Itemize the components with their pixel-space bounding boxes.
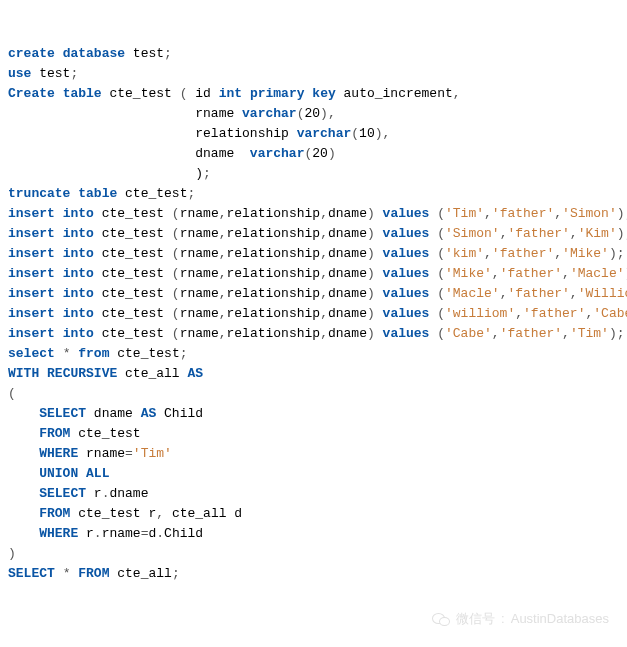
code-line: ) — [8, 544, 623, 564]
watermark: 微信号:AustinDatabases — [432, 609, 609, 629]
watermark-label: 微信号 — [456, 609, 495, 629]
code-line: relationship varchar(10), — [8, 124, 623, 144]
code-line: FROM cte_test r, cte_all d — [8, 504, 623, 524]
code-line: ); — [8, 164, 623, 184]
code-line: FROM cte_test — [8, 424, 623, 444]
code-editor: create database test;use test;Create tab… — [0, 0, 627, 647]
watermark-value: AustinDatabases — [511, 609, 609, 629]
code-line: truncate table cte_test; — [8, 184, 623, 204]
code-line: rname varchar(20), — [8, 104, 623, 124]
code-line: Create table cte_test ( id int primary k… — [8, 84, 623, 104]
code-line: SELECT dname AS Child — [8, 404, 623, 424]
code-line: insert into cte_test (rname,relationship… — [8, 244, 623, 264]
code-block: create database test;use test;Create tab… — [8, 44, 623, 584]
code-line: WHERE r.rname=d.Child — [8, 524, 623, 544]
code-line: insert into cte_test (rname,relationship… — [8, 264, 623, 284]
code-line: select * from cte_test; — [8, 344, 623, 364]
code-line: WITH RECURSIVE cte_all AS — [8, 364, 623, 384]
code-line: create database test; — [8, 44, 623, 64]
wechat-icon — [432, 612, 450, 627]
code-line: dname varchar(20) — [8, 144, 623, 164]
code-line: SELECT * FROM cte_all; — [8, 564, 623, 584]
watermark-sep: : — [501, 609, 505, 629]
code-line: UNION ALL — [8, 464, 623, 484]
code-line: use test; — [8, 64, 623, 84]
code-line: SELECT r.dname — [8, 484, 623, 504]
code-line: insert into cte_test (rname,relationship… — [8, 324, 623, 344]
code-line: insert into cte_test (rname,relationship… — [8, 204, 623, 224]
code-line: insert into cte_test (rname,relationship… — [8, 224, 623, 244]
code-line: insert into cte_test (rname,relationship… — [8, 284, 623, 304]
code-line: insert into cte_test (rname,relationship… — [8, 304, 623, 324]
code-line: ( — [8, 384, 623, 404]
code-line: WHERE rname='Tim' — [8, 444, 623, 464]
